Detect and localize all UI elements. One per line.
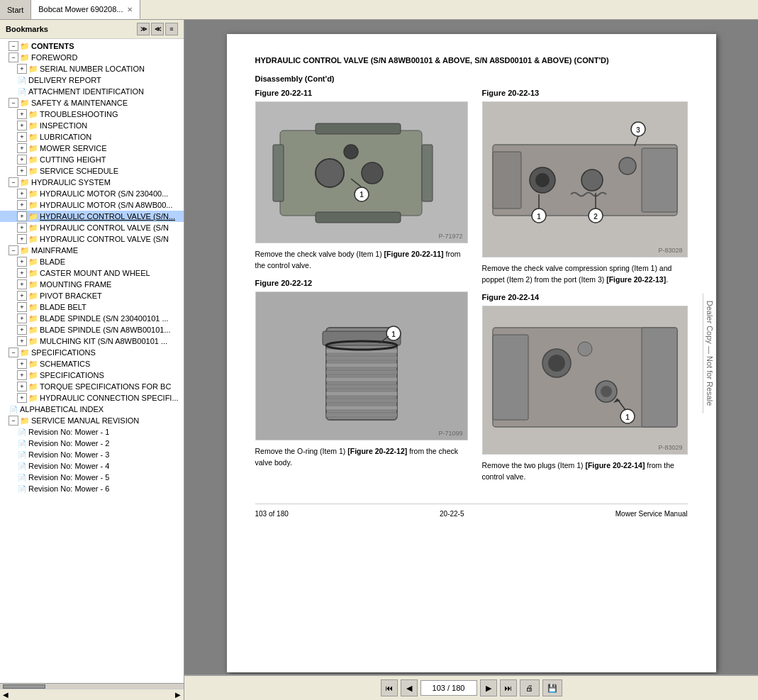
sidebar-right-arrow[interactable]: ▶ [175, 691, 181, 699]
tree-item-mowerservice[interactable]: + 📁 MOWER SERVICE [0, 143, 184, 154]
expander-serviceschedule[interactable]: + [17, 166, 27, 176]
tree-item-foreword[interactable]: − 📁 FOREWORD [0, 52, 184, 63]
expander-contents[interactable]: − [9, 41, 18, 51]
tree-item-cutting[interactable]: + 📁 CUTTING HEIGHT [0, 154, 184, 165]
page-input[interactable] [420, 680, 477, 696]
expander-hmotor2[interactable]: + [17, 200, 27, 210]
tree-item-mountingframe[interactable]: + 📁 MOUNTING FRAME [0, 279, 184, 290]
expander-torque[interactable]: + [17, 382, 27, 391]
expander-troubleshoot[interactable]: + [17, 109, 27, 119]
figure13-box: 1 2 3 [482, 101, 688, 257]
tree-item-specifications[interactable]: + 📁 SPECIFICATIONS [0, 370, 184, 381]
expander-smr[interactable]: − [9, 416, 18, 426]
expander-mountingframe[interactable]: + [17, 279, 27, 289]
expander-lubrication[interactable]: + [17, 132, 27, 142]
figure11-label: P-71972 [438, 233, 462, 240]
expander-spindle2[interactable]: + [17, 325, 27, 335]
folder-icon-hcv1: 📁 [28, 211, 38, 221]
tree-item-spindle2[interactable]: + 📁 BLADE SPINDLE (S/N A8WB00101... [0, 324, 184, 335]
tree-item-hconnection[interactable]: + 📁 HYDRAULIC CONNECTION SPECIFI... [0, 392, 184, 404]
tree-label-mountingframe: MOUNTING FRAME [40, 280, 111, 289]
tree-item-spindle1[interactable]: + 📁 BLADE SPINDLE (S/N 230400101 ... [0, 313, 184, 324]
expander-safety[interactable]: − [9, 98, 18, 108]
tree-item-troubleshoot[interactable]: + 📁 TROUBLESHOOTING [0, 109, 184, 120]
expander-inspection[interactable]: + [17, 121, 27, 130]
collapse-icon[interactable]: ≪ [151, 23, 164, 35]
tree-label-torque: TORQUE SPECIFICATIONS FOR BC [40, 382, 171, 391]
tree-item-rev6[interactable]: 📄 Revision No: Mower - 6 [0, 483, 184, 494]
last-page-button[interactable]: ⏭ [500, 679, 517, 696]
print-button[interactable]: 🖨 [520, 679, 540, 696]
expander-specs[interactable]: − [9, 348, 18, 357]
expander-serial[interactable]: + [17, 64, 27, 74]
watermark: Dealer Copy — Not for Resale [703, 294, 716, 413]
tree-item-contents[interactable]: − 📁 CONTENTS [0, 40, 184, 52]
tree-item-pivot[interactable]: + 📁 PIVOT BRACKET [0, 290, 184, 301]
tree-item-hydraulic[interactable]: − 📁 HYDRAULIC SYSTEM [0, 177, 184, 188]
expander-mainframe[interactable]: − [9, 245, 18, 255]
save-button[interactable]: 💾 [542, 679, 562, 696]
tree-item-rev5[interactable]: 📄 Revision No: Mower - 5 [0, 472, 184, 483]
expander-schematics[interactable]: + [17, 359, 27, 369]
tree-item-smr[interactable]: − 📁 SERVICE MANUAL REVISION [0, 415, 184, 426]
tree-item-serviceschedule[interactable]: + 📁 SERVICE SCHEDULE [0, 165, 184, 177]
tree-item-mulching[interactable]: + 📁 MULCHING KIT (S/N A8WB00101 ... [0, 335, 184, 347]
tree-item-lubrication[interactable]: + 📁 LUBRICATION [0, 131, 184, 143]
svg-text:1: 1 [625, 413, 630, 421]
scroll-thumb[interactable] [3, 684, 45, 689]
tree-item-mainframe[interactable]: − 📁 MAINFRAME [0, 245, 184, 256]
expander-mulching[interactable]: + [17, 336, 27, 346]
expander-foreword[interactable]: − [9, 52, 18, 62]
tree-item-hcv3[interactable]: + 📁 HYDRAULIC CONTROL VALVE (S/N [0, 233, 184, 245]
tree-item-hmotor1[interactable]: + 📁 HYDRAULIC MOTOR (S/N 230400... [0, 188, 184, 199]
expand-all-icon[interactable]: ≫ [137, 23, 150, 35]
tree-item-safety[interactable]: − 📁 SAFETY & MAINTENANCE [0, 97, 184, 109]
tree-item-inspection[interactable]: + 📁 INSPECTION [0, 120, 184, 131]
sidebar-scrollbar[interactable] [0, 683, 184, 689]
expander-hconnection[interactable]: + [17, 393, 27, 403]
tree-item-alphaindex[interactable]: 📄 ALPHABETICAL INDEX [0, 404, 184, 415]
expander-hcv1[interactable]: + [17, 211, 27, 221]
expander-mowerservice[interactable]: + [17, 143, 27, 153]
expander-blade[interactable]: + [17, 257, 27, 267]
expander-spindle1[interactable]: + [17, 313, 27, 323]
page-title: HYDRAULIC CONTROL VALVE (S/N A8WB00101 &… [255, 55, 688, 66]
page-container[interactable]: Dealer Copy — Not for Resale HYDRAULIC C… [184, 20, 758, 674]
tree-container[interactable]: − 📁 CONTENTS − 📁 FOREWORD + 📁 SERIAL NUM… [0, 39, 184, 683]
options-icon[interactable]: ≡ [165, 23, 178, 35]
tree-label-schematics: SCHEMATICS [40, 360, 90, 368]
expander-specifications[interactable]: + [17, 370, 27, 380]
tree-item-torque[interactable]: + 📁 TORQUE SPECIFICATIONS FOR BC [0, 381, 184, 392]
tree-item-specs[interactable]: − 📁 SPECIFICATIONS [0, 347, 184, 358]
prev-page-button[interactable]: ◀ [401, 679, 418, 696]
expander-hydraulic[interactable]: − [9, 177, 18, 187]
tree-item-caster[interactable]: + 📁 CASTER MOUNT AND WHEEL [0, 267, 184, 279]
expander-hcv3[interactable]: + [17, 234, 27, 244]
tree-item-delivery[interactable]: 📄 DELIVERY REPORT [0, 74, 184, 86]
tab-close-icon[interactable]: ✕ [127, 6, 133, 13]
next-page-button[interactable]: ▶ [480, 679, 497, 696]
tree-item-serial[interactable]: + 📁 SERIAL NUMBER LOCATION [0, 63, 184, 74]
sidebar-left-arrow[interactable]: ◀ [3, 691, 9, 699]
first-page-button[interactable]: ⏮ [381, 679, 398, 696]
tree-item-attachment[interactable]: 📄 ATTACHMENT IDENTIFICATION [0, 86, 184, 97]
tree-item-schematics[interactable]: + 📁 SCHEMATICS [0, 358, 184, 370]
expander-hcv2[interactable]: + [17, 223, 27, 233]
expander-cutting[interactable]: + [17, 155, 27, 165]
expander-bladebelt[interactable]: + [17, 302, 27, 312]
folder-icon-mountingframe: 📁 [28, 279, 38, 289]
tree-item-rev2[interactable]: 📄 Revision No: Mower - 2 [0, 438, 184, 449]
tree-item-hcv2[interactable]: + 📁 HYDRAULIC CONTROL VALVE (S/N [0, 222, 184, 233]
tree-item-hmotor2[interactable]: + 📁 HYDRAULIC MOTOR (S/N A8WB00... [0, 199, 184, 211]
tree-item-rev1[interactable]: 📄 Revision No: Mower - 1 [0, 426, 184, 438]
tree-item-bladebelt[interactable]: + 📁 BLADE BELT [0, 301, 184, 313]
expander-caster[interactable]: + [17, 268, 27, 278]
tab-document[interactable]: Bobcat Mower 690208... ✕ [31, 0, 140, 19]
tab-start[interactable]: Start [0, 0, 31, 19]
tree-item-hcv1[interactable]: + 📁 HYDRAULIC CONTROL VALVE (S/N... [0, 211, 184, 222]
expander-pivot[interactable]: + [17, 291, 27, 301]
tree-item-rev4[interactable]: 📄 Revision No: Mower - 4 [0, 460, 184, 472]
expander-hmotor1[interactable]: + [17, 189, 27, 199]
tree-item-blade[interactable]: + 📁 BLADE [0, 256, 184, 267]
tree-item-rev3[interactable]: 📄 Revision No: Mower - 3 [0, 449, 184, 460]
